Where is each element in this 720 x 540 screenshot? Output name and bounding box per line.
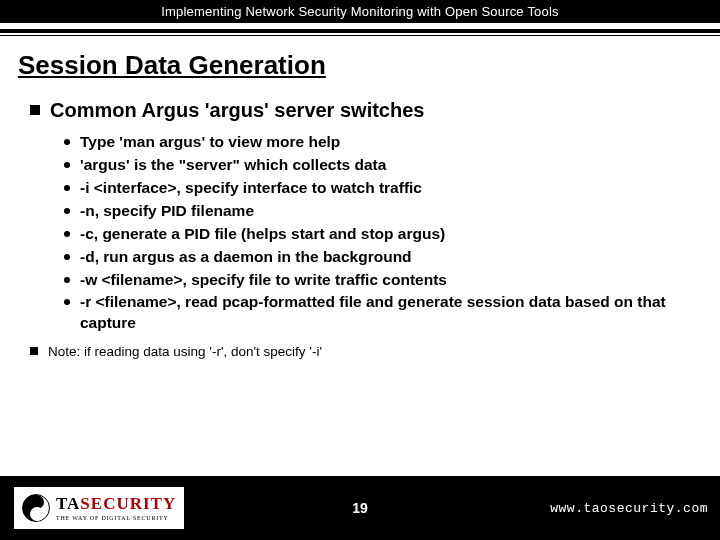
list-item: -i <interface>, specify interface to wat…: [64, 178, 698, 199]
page-number: 19: [352, 500, 368, 516]
footer-bar: TASECURITY THE WAY OF DIGITAL SECURITY 1…: [0, 476, 720, 540]
square-bullet-icon: [30, 105, 40, 115]
square-bullet-icon: [30, 347, 38, 355]
dot-icon: [64, 162, 70, 168]
yinyang-icon: [22, 494, 50, 522]
list-item: -n, specify PID filename: [64, 201, 698, 222]
list-item: 'argus' is the "server" which collects d…: [64, 155, 698, 176]
section-heading: Common Argus 'argus' server switches: [30, 99, 698, 122]
dot-icon: [64, 254, 70, 260]
list-item: -r <filename>, read pcap-formatted file …: [64, 292, 698, 334]
dot-icon: [64, 231, 70, 237]
dot-icon: [64, 208, 70, 214]
bullet-list: Type 'man argus' to view more help 'argu…: [64, 132, 698, 334]
list-item: -w <filename>, specify file to write tra…: [64, 270, 698, 291]
logo: TASECURITY THE WAY OF DIGITAL SECURITY: [12, 485, 186, 531]
dot-icon: [64, 139, 70, 145]
dot-icon: [64, 185, 70, 191]
logo-text: TASECURITY THE WAY OF DIGITAL SECURITY: [56, 495, 176, 521]
logo-tagline: THE WAY OF DIGITAL SECURITY: [56, 515, 176, 521]
divider: [0, 29, 720, 36]
note-text: Note: if reading data using '-r', don't …: [48, 344, 322, 359]
footer-url: www.taosecurity.com: [550, 501, 708, 516]
list-item: -d, run argus as a daemon in the backgro…: [64, 247, 698, 268]
heading-text: Common Argus 'argus' server switches: [50, 99, 424, 121]
header-bar: Implementing Network Security Monitoring…: [0, 0, 720, 23]
note-line: Note: if reading data using '-r', don't …: [30, 344, 698, 359]
header-title: Implementing Network Security Monitoring…: [161, 4, 558, 19]
logo-main: TASECURITY: [56, 495, 176, 512]
dot-icon: [64, 299, 70, 305]
slide-title: Session Data Generation: [18, 50, 720, 81]
dot-icon: [64, 277, 70, 283]
content-area: Common Argus 'argus' server switches Typ…: [0, 99, 720, 476]
list-item: -c, generate a PID file (helps start and…: [64, 224, 698, 245]
list-item: Type 'man argus' to view more help: [64, 132, 698, 153]
